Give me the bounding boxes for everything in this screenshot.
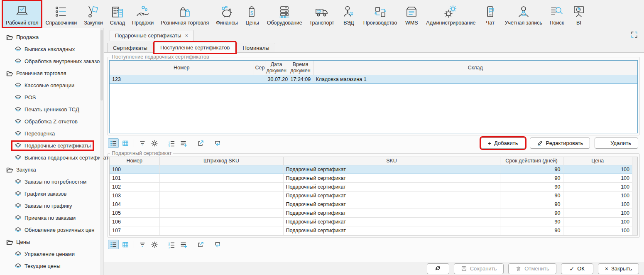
open-external-icon[interactable] (195, 138, 206, 148)
certificate-row[interactable]: 101 Подарочный сертификат 90 100 (110, 174, 632, 183)
sidebar-item[interactable]: Цены (0, 236, 103, 248)
toolbar-item-account[interactable]: Учётная запись (502, 1, 546, 27)
certificate-row[interactable]: 106 Подарочный сертификат 90 100 (110, 218, 632, 226)
sidebar-item[interactable]: Подарочные сертификаты (0, 140, 103, 152)
col-number[interactable]: Номер (110, 61, 254, 75)
list-view-icon[interactable] (108, 240, 119, 249)
cell-validity: 90 (500, 200, 563, 209)
col-warehouse[interactable]: Склад (313, 61, 637, 75)
sidebar-scrollbar[interactable] (100, 28, 103, 275)
sidebar-item[interactable]: Приемка по заказам (0, 212, 103, 224)
module-layers-icon (15, 203, 22, 209)
shopping-bags-icon (177, 5, 192, 20)
sidebar-item[interactable]: Розничная торговля (0, 67, 103, 79)
subtab[interactable]: Номиналы (237, 43, 275, 53)
toolbar-item-production[interactable]: Производство (360, 1, 401, 27)
ok-button[interactable]: ✓ ОК (561, 263, 593, 274)
cancel-button[interactable]: Отменить (508, 263, 556, 274)
numbered-list-icon[interactable]: 123 (166, 138, 177, 148)
sidebar-item[interactable]: Переоценка (0, 128, 103, 140)
col-doc-time[interactable]: Время докумен (288, 61, 313, 75)
certificate-row[interactable]: 103 Подарочный сертификат 90 100 (110, 192, 632, 200)
module-layers-icon (15, 82, 22, 88)
sidebar-item[interactable]: Печать ценников ТСД (0, 103, 103, 115)
grid-view-icon[interactable] (120, 138, 131, 148)
tab-close-icon[interactable]: × (185, 33, 188, 38)
sidebar-item[interactable]: Кассовые операции (0, 79, 103, 91)
sidebar-item[interactable]: POS (0, 91, 103, 103)
certificate-row[interactable]: 100 Подарочный сертификат 90 100 (110, 165, 632, 174)
settings-gear-icon[interactable] (149, 240, 160, 249)
save-button[interactable]: Сохранить (454, 263, 504, 274)
sidebar-item[interactable]: Обновление розничных цен (0, 224, 103, 236)
sidebar-item[interactable]: Обработка Z-отчетов (0, 115, 103, 128)
tab-gift-certificates[interactable]: Подарочные сертификаты × (110, 30, 193, 41)
toolbar-item-sales[interactable]: Продажи (129, 1, 157, 27)
toolbar-item-directories[interactable]: Справочники (42, 1, 80, 27)
grid-empty-area (110, 84, 637, 133)
sidebar-item[interactable]: Выписка накладных (0, 43, 103, 55)
toolbar-item-desktop[interactable]: Рабочий стол (2, 1, 42, 27)
reload-grid-icon[interactable] (212, 138, 223, 148)
certificate-row[interactable]: 104 Подарочный сертификат 90 100 (110, 200, 632, 209)
add-row-list-icon[interactable] (178, 138, 189, 148)
toolbar-item-ved[interactable]: ВЭД (338, 1, 360, 27)
add-row-list-icon[interactable] (178, 240, 189, 249)
sidebar-item[interactable]: Закупка (0, 164, 103, 176)
toolbar-item-equipment[interactable]: Оборудование (264, 1, 306, 27)
sidebar-item[interactable]: Заказы по потребностям (0, 176, 103, 188)
filter-icon[interactable] (137, 138, 148, 148)
sidebar-scrollbar-thumb[interactable] (100, 30, 103, 101)
certificate-row[interactable]: 105 Подарочный сертификат 90 100 (110, 209, 632, 218)
toolbar-item-warehouse[interactable]: Склад (107, 1, 128, 27)
toolbar-item-chat[interactable]: Чат (480, 1, 501, 27)
numbered-list-icon[interactable]: 123 (166, 240, 177, 249)
sidebar-item[interactable]: Розничные цены (0, 272, 103, 275)
grid-view-icon[interactable] (120, 240, 131, 249)
edit-button[interactable]: Редактировать (530, 138, 590, 149)
sidebar-item[interactable]: Графики заказов (0, 188, 103, 200)
toolbar-item-wms[interactable]: WMS (401, 1, 422, 27)
col-price[interactable]: Цена (563, 157, 632, 165)
col-number[interactable]: Номер (110, 157, 159, 165)
toolbar-item-administration[interactable]: Администрирование (423, 1, 479, 27)
toolbar-item-retail[interactable]: Розничная торговля (157, 1, 212, 27)
sidebar-item[interactable]: Заказы по графику (0, 200, 103, 212)
add-button[interactable]: + Добавить (481, 138, 525, 149)
open-external-icon[interactable] (195, 240, 206, 249)
svg-text:$: $ (250, 10, 253, 16)
sidebar-item[interactable]: Обработка внутренних заказов (0, 55, 103, 67)
certificate-grid-scrollbar[interactable] (632, 157, 637, 235)
toolbar-item-purchases[interactable]: Закупки (81, 1, 106, 27)
sidebar-item[interactable]: Продажа (0, 31, 103, 43)
toolbar-item-bi[interactable]: BI (568, 1, 590, 27)
col-validity[interactable]: Срок действия (дней) (500, 157, 563, 165)
toolbar-item-finance[interactable]: Финансы (213, 1, 241, 27)
reload-grid-icon[interactable] (212, 240, 223, 249)
fullscreen-toggle-icon[interactable] (629, 30, 639, 39)
sidebar-item[interactable]: Текущие цены (0, 260, 103, 272)
certificate-row[interactable]: 102 Подарочный сертификат 90 100 (110, 183, 632, 192)
list-view-icon[interactable] (108, 138, 119, 148)
col-doc-date[interactable]: Дата докумен (265, 61, 288, 75)
delete-button[interactable]: — Удалить (595, 138, 638, 149)
close-button[interactable]: × Закрыть (598, 263, 639, 274)
toolbar-item-search[interactable]: Поиск (546, 1, 568, 27)
sidebar-item[interactable]: Выписка подарочных сертификатов (0, 152, 103, 164)
receipt-row[interactable]: 123 30.07.20 17:24:09 Кладовка магазина … (110, 75, 637, 84)
toolbar-item-prices[interactable]: $ Цены (242, 1, 263, 27)
col-sku-barcode[interactable]: Штрихкод SKU (159, 157, 283, 165)
sidebar-item[interactable]: Управление ценами (0, 248, 103, 260)
toolbar-item-transport[interactable]: Транспорт (306, 1, 338, 27)
settings-gear-icon[interactable] (149, 138, 160, 148)
col-series[interactable]: Сер (254, 61, 265, 75)
certificate-row[interactable]: 107 Подарочный сертификат 90 100 (110, 226, 632, 235)
subtab[interactable]: Поступление сертификатов (154, 42, 236, 53)
certificate-grid: Номер Штрихкод SKU SKU Срок действия (дн… (109, 157, 638, 236)
footer-bar: Сохранить Отменить ✓ ОК × Закрыть (104, 262, 644, 275)
module-layers-icon (15, 191, 22, 197)
col-sku[interactable]: SKU (283, 157, 500, 165)
refresh-button[interactable] (427, 263, 449, 274)
subtab[interactable]: Сертификаты (107, 43, 153, 53)
filter-icon[interactable] (137, 240, 148, 249)
